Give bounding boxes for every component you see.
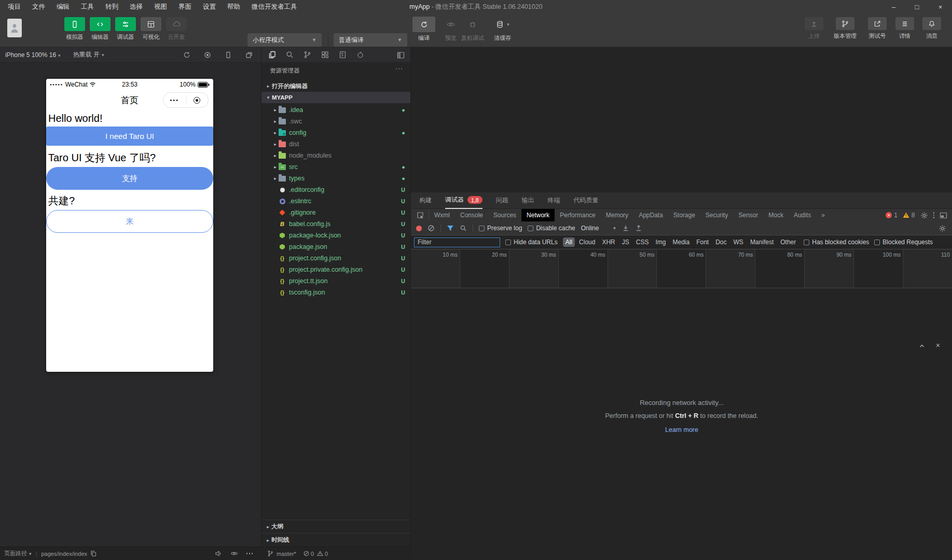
maximize-button[interactable]: □	[905, 0, 929, 14]
devtools-tab[interactable]: AppData	[633, 209, 668, 221]
menu-item[interactable]: 转到	[100, 0, 124, 14]
tree-row[interactable]: project.config.json U	[261, 253, 410, 264]
device-select[interactable]: iPhone 5 100% 16▾	[5, 51, 61, 59]
record-button[interactable]	[416, 226, 422, 231]
export-har-icon[interactable]	[635, 225, 642, 232]
debugger-tab[interactable]: 输出	[522, 192, 534, 209]
search-icon[interactable]	[285, 50, 294, 59]
menu-item[interactable]: 选择	[124, 0, 148, 14]
more-button[interactable]: •••	[163, 97, 186, 103]
type-filter[interactable]: Manifest	[748, 237, 776, 247]
learn-more-link[interactable]: Learn more	[665, 426, 698, 433]
source-control-icon[interactable]	[303, 50, 312, 59]
devtools-tab[interactable]: Network	[521, 209, 555, 221]
eye-icon[interactable]	[230, 551, 238, 556]
throttling-select[interactable]: Online▼	[581, 225, 617, 232]
tree-row[interactable]: ▸ .swc	[261, 116, 410, 127]
tree-row[interactable]: package-lock.json U	[261, 230, 410, 241]
disable-cache-checkbox[interactable]: Disable cache	[528, 225, 575, 232]
debugger-tab[interactable]: 代码质量	[574, 192, 599, 209]
menu-item[interactable]: 工具	[75, 0, 100, 14]
simulator-toggle[interactable]: 模拟器	[62, 17, 87, 41]
warning-count[interactable]: 0	[317, 551, 328, 557]
devtools-tab[interactable]: Audits	[789, 209, 816, 221]
tree-row[interactable]: project.tt.json U	[261, 275, 410, 287]
type-filter[interactable]: JS	[619, 237, 632, 247]
branch-name[interactable]: master*	[277, 551, 296, 557]
warning-count[interactable]: 8	[912, 212, 915, 219]
network-settings-icon[interactable]	[939, 225, 952, 232]
tree-row[interactable]: .editorconfig U	[261, 184, 410, 195]
debugger-tab[interactable]: 问题	[496, 192, 508, 209]
clear-cache-button[interactable]: ▾ 清缓存	[489, 17, 517, 42]
debugger-tab[interactable]: 调试器1,8	[445, 192, 482, 209]
devtools-tab[interactable]: »	[816, 209, 830, 221]
test-account-button[interactable]: 测试号	[864, 17, 891, 40]
type-filter[interactable]: XHR	[599, 237, 617, 247]
messages-button[interactable]: 消息	[919, 17, 945, 40]
tree-row[interactable]: .gitignore U	[261, 207, 410, 218]
debugger-tab[interactable]: 终端	[548, 192, 560, 209]
tree-row[interactable]: ▸ config ●	[261, 127, 410, 138]
more-options-icon[interactable]	[246, 553, 253, 554]
devtools-tab[interactable]: Security	[700, 209, 733, 221]
devtools-tab[interactable]: Sensor	[733, 209, 763, 221]
tree-row[interactable]: babel.config.js U	[261, 218, 410, 230]
tree-row[interactable]: ▸ src ●	[261, 161, 410, 173]
minimize-button[interactable]: –	[882, 0, 905, 14]
extensions-icon[interactable]	[321, 50, 329, 59]
debugger-toggle[interactable]: 调试器	[113, 17, 138, 41]
tree-row[interactable]: .eslintrc U	[261, 195, 410, 207]
compile-mode-select[interactable]: 普通编译▼	[334, 33, 407, 47]
devtools-tab[interactable]: Mock	[763, 209, 789, 221]
page-path-select[interactable]: 页面路径▾	[4, 550, 32, 557]
menu-item[interactable]: 微信开发者工具	[246, 0, 303, 14]
restart-icon[interactable]	[183, 51, 191, 59]
menu-item[interactable]: 编辑	[51, 0, 75, 14]
close-mini-program-button[interactable]	[186, 97, 209, 104]
timeline-section[interactable]: ▸ 时间线	[261, 533, 410, 547]
menu-item[interactable]: 设置	[197, 0, 222, 14]
snippet-icon[interactable]	[338, 50, 347, 59]
device-debug-button[interactable]: 真机调试	[457, 17, 489, 42]
clear-icon[interactable]	[427, 225, 435, 232]
copy-icon[interactable]	[90, 550, 96, 557]
devtools-tab[interactable]: Performance	[555, 209, 601, 221]
type-filter[interactable]: CSS	[633, 237, 652, 247]
type-filter[interactable]: WS	[731, 237, 746, 247]
hot-reload-toggle[interactable]: 热重载 开▾	[73, 50, 104, 59]
type-filter[interactable]: All	[563, 237, 575, 247]
avatar[interactable]	[7, 19, 22, 37]
version-control-button[interactable]: 版本管理	[829, 17, 862, 40]
upload-button[interactable]: 上传	[802, 17, 826, 40]
close-panel-icon[interactable]: ×	[936, 341, 940, 349]
tree-row[interactable]: ▸ types ●	[261, 173, 410, 184]
error-count[interactable]: 1	[894, 212, 898, 219]
type-filter[interactable]: Other	[778, 237, 798, 247]
tree-row[interactable]: ▸ node_modules	[261, 150, 410, 161]
settings-icon[interactable]	[920, 212, 928, 219]
import-har-icon[interactable]	[622, 225, 629, 232]
dock-icon[interactable]	[940, 212, 947, 219]
type-filter[interactable]: Cloud	[576, 237, 598, 247]
support-button[interactable]: 支持	[46, 167, 213, 190]
tree-row[interactable]: ▸ dist	[261, 138, 410, 150]
compile-button[interactable]: 编译	[412, 17, 436, 42]
devtools-tab[interactable]: Wxml	[429, 209, 455, 221]
cloud-dev-toggle[interactable]: 云开发	[164, 17, 189, 41]
files-icon[interactable]	[268, 50, 277, 59]
inspect-icon[interactable]	[411, 211, 429, 219]
menu-item[interactable]: 项目	[2, 0, 26, 14]
menu-item[interactable]: 帮助	[222, 0, 246, 14]
explorer-more-icon[interactable]: ···	[395, 65, 403, 72]
npm-icon[interactable]	[356, 50, 365, 59]
network-timeline[interactable]: 10 ms20 ms30 ms40 ms50 ms60 ms70 ms80 ms…	[411, 249, 952, 288]
type-filter[interactable]: Doc	[713, 237, 729, 247]
type-filter[interactable]: Font	[694, 237, 711, 247]
come-button[interactable]: 来	[46, 210, 213, 233]
type-filter[interactable]: Img	[653, 237, 668, 247]
sound-icon[interactable]	[215, 550, 222, 557]
screenshot-icon[interactable]	[203, 51, 212, 59]
filter-icon[interactable]	[447, 225, 454, 231]
open-editors-section[interactable]: ▸ 打开的编辑器	[261, 80, 410, 92]
